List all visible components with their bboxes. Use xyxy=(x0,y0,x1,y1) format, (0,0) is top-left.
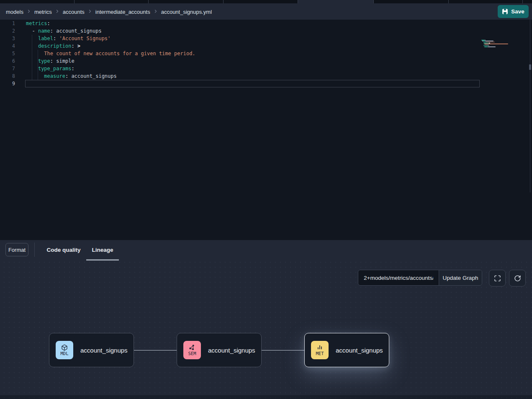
minimap[interactable] xyxy=(481,40,508,50)
line-number: 5 xyxy=(0,51,15,56)
tab-divider xyxy=(148,0,149,3)
file-tab-segment[interactable] xyxy=(223,0,298,3)
overview-ruler xyxy=(530,20,530,192)
save-button-label: Save xyxy=(511,8,524,15)
node-type-label: MET xyxy=(316,351,324,356)
breadcrumb-item[interactable]: intermediate_accounts xyxy=(95,9,150,15)
breadcrumb-item[interactable]: metrics xyxy=(34,9,52,15)
file-tab-segment[interactable] xyxy=(448,0,522,3)
file-tab-segment[interactable] xyxy=(522,0,532,3)
code-editor[interactable]: 1metrics:2 - name: account_signups3 labe… xyxy=(0,20,532,240)
panel-divider xyxy=(34,243,35,257)
tab-divider xyxy=(223,0,224,3)
minimap-line xyxy=(488,46,496,47)
node-type-badge: SEM xyxy=(183,341,201,359)
tab-divider xyxy=(298,0,298,3)
tab-divider xyxy=(448,0,449,3)
fullscreen-button[interactable] xyxy=(489,270,506,286)
minimap-line xyxy=(486,41,493,41)
code-line-text: label: 'Account Signups' xyxy=(26,36,111,41)
lineage-edge xyxy=(262,350,304,350)
node-label: account_signups xyxy=(208,347,255,354)
canvas-bottom-shade xyxy=(0,395,532,399)
minimap-line xyxy=(486,45,489,46)
code-line[interactable]: 8 measure: account_signups xyxy=(0,72,528,80)
code-line[interactable]: 4 description: > xyxy=(0,42,528,50)
cube-icon xyxy=(61,344,68,351)
tab-divider xyxy=(74,0,75,3)
tab-lineage[interactable]: Lineage xyxy=(86,240,119,259)
breadcrumb-item[interactable]: models xyxy=(6,9,23,15)
file-tab-segment[interactable] xyxy=(373,0,448,3)
scrollbar-handle[interactable] xyxy=(529,64,531,70)
code-line-text: measure: account_signups xyxy=(26,73,117,79)
node-type-label: SEM xyxy=(188,351,196,356)
selector-group: Update Graph xyxy=(358,270,482,286)
update-graph-button[interactable]: Update Graph xyxy=(439,270,482,285)
breadcrumb: modelsmetricsaccountsintermediate_accoun… xyxy=(6,8,212,15)
refresh-icon xyxy=(514,275,521,282)
line-number: 6 xyxy=(0,58,15,64)
file-tab-segment[interactable] xyxy=(74,0,148,3)
code-line[interactable]: 3 label: 'Account Signups' xyxy=(0,35,528,42)
code-line[interactable]: 5 The count of new accounts for a given … xyxy=(0,50,528,57)
file-tab-segment[interactable] xyxy=(0,0,74,3)
lineage-selector-input[interactable] xyxy=(358,270,439,285)
bar-chart-icon xyxy=(316,344,323,351)
active-tab-underline xyxy=(86,259,119,261)
node-type-badge: MDL xyxy=(56,341,73,359)
lineage-node-met[interactable]: METaccount_signups xyxy=(304,333,389,367)
breadcrumb-item[interactable]: accounts xyxy=(63,9,85,15)
node-label: account_signups xyxy=(336,347,383,354)
code-line[interactable]: 1metrics: xyxy=(0,20,528,27)
refresh-button[interactable] xyxy=(509,270,526,286)
ide-window: modelsmetricsaccountsintermediate_accoun… xyxy=(0,0,532,399)
line-number: 9 xyxy=(0,81,15,87)
breadcrumb-bar: modelsmetricsaccountsintermediate_accoun… xyxy=(0,3,532,20)
lineage-edge xyxy=(134,350,177,350)
file-tab-segment[interactable] xyxy=(148,0,223,3)
chevron-right-icon xyxy=(55,9,60,14)
line-number: 7 xyxy=(0,66,15,72)
line-number: 2 xyxy=(0,28,15,34)
lineage-node-mdl[interactable]: MDLaccount_signups xyxy=(49,333,134,367)
tab-divider xyxy=(522,0,523,3)
code-line[interactable]: 7 type_params: xyxy=(0,65,528,72)
code-line-text: type_params: xyxy=(26,66,75,72)
node-type-label: MDL xyxy=(61,351,69,356)
code-line-text: - name: account_signups xyxy=(26,28,102,34)
semantic-nodes-icon xyxy=(189,344,195,351)
line-number: 4 xyxy=(0,43,15,49)
minimap-line xyxy=(484,43,509,44)
tab-code-quality[interactable]: Code quality xyxy=(41,240,86,259)
node-type-badge: MET xyxy=(311,341,329,359)
line-number: 3 xyxy=(0,36,15,41)
chevron-right-icon xyxy=(26,9,31,14)
line-number: 8 xyxy=(0,73,15,79)
code-line-text: metrics: xyxy=(26,20,50,26)
code-line-text: description: > xyxy=(26,43,80,49)
floppy-disk-icon xyxy=(502,8,508,15)
file-tab-strip[interactable] xyxy=(0,0,532,3)
fullscreen-icon xyxy=(494,275,501,282)
chevron-right-icon xyxy=(153,9,158,14)
minimap-line xyxy=(484,46,488,47)
bottom-panel: Format Code quality Lineage MDLaccount_s… xyxy=(0,240,532,399)
format-button[interactable]: Format xyxy=(5,243,28,256)
file-tab-segment[interactable] xyxy=(298,0,373,3)
breadcrumb-item[interactable]: account_signups.yml xyxy=(161,9,212,15)
code-line[interactable]: 2 - name: account_signups xyxy=(0,27,528,35)
lineage-node-sem[interactable]: SEMaccount_signups xyxy=(177,333,262,367)
tab-divider xyxy=(373,0,374,3)
node-label: account_signups xyxy=(80,347,128,354)
code-line-text: type: simple xyxy=(26,58,75,64)
line-number: 1 xyxy=(0,20,15,26)
code-line-text: The count of new accounts for a given ti… xyxy=(26,51,195,56)
chevron-right-icon xyxy=(87,9,93,14)
code-line[interactable]: 6 type: simple xyxy=(0,57,528,65)
save-button[interactable]: Save xyxy=(498,5,529,18)
active-line-highlight xyxy=(25,80,480,87)
